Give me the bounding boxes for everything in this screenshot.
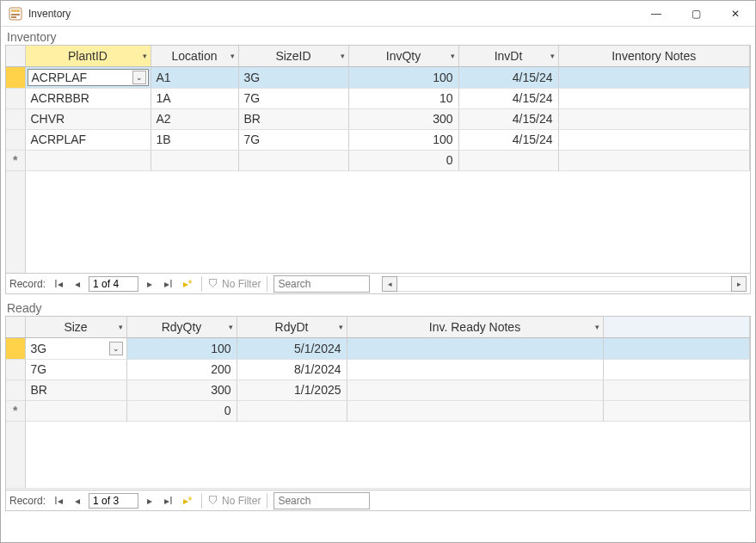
filter-indicator[interactable]: ⛉ No Filter xyxy=(208,278,261,290)
cell-location[interactable] xyxy=(151,150,238,170)
cell-invdt[interactable]: 4/15/24 xyxy=(458,88,558,108)
cell-sizeid[interactable]: BR xyxy=(238,108,348,129)
column-filter-icon[interactable]: ▾ xyxy=(229,323,233,331)
cell-size[interactable]: 7G xyxy=(25,359,126,379)
column-header-plantid[interactable]: PlantID ▾ xyxy=(25,46,151,66)
column-header-readynotes[interactable]: Inv. Ready Notes ▾ xyxy=(347,317,603,337)
nav-last-button[interactable]: ▸I xyxy=(161,276,176,292)
column-header-rdydt[interactable]: RdyDt ▾ xyxy=(237,317,347,337)
cell-sizeid[interactable] xyxy=(238,150,348,170)
cell-location[interactable]: 1A xyxy=(151,88,238,108)
column-filter-icon[interactable]: ▾ xyxy=(451,52,455,60)
nav-next-button[interactable]: ▸ xyxy=(142,276,157,292)
column-filter-icon[interactable]: ▾ xyxy=(143,52,147,60)
nav-new-button[interactable]: ▸* xyxy=(180,276,195,292)
cell-rdydt[interactable]: 1/1/2025 xyxy=(237,379,347,400)
scroll-left-button[interactable]: ◂ xyxy=(382,276,397,292)
column-filter-icon[interactable]: ▾ xyxy=(230,52,235,60)
cell-invqty[interactable]: 0 xyxy=(348,150,458,170)
cell-sizeid[interactable]: 7G xyxy=(238,88,348,108)
row-selector[interactable] xyxy=(6,379,25,400)
combo-value[interactable]: ACRPLAF xyxy=(32,71,131,84)
row-selector[interactable] xyxy=(6,108,25,129)
cell-size[interactable] xyxy=(25,400,126,421)
table-row[interactable]: CHVR A2 BR 300 4/15/24 xyxy=(6,108,750,129)
cell-rdyqty[interactable]: 200 xyxy=(126,359,237,379)
record-position-input[interactable] xyxy=(89,276,138,292)
column-header-location[interactable]: Location ▾ xyxy=(151,46,238,66)
search-input[interactable] xyxy=(274,493,369,509)
nav-next-button[interactable]: ▸ xyxy=(142,493,157,509)
maximize-button[interactable]: ▢ xyxy=(676,1,716,27)
column-header-size[interactable]: Size ▾ xyxy=(25,317,126,337)
column-filter-icon[interactable]: ▾ xyxy=(550,52,555,60)
row-selector[interactable] xyxy=(6,359,25,379)
cell-rdydt[interactable]: 5/1/2024 xyxy=(237,337,347,359)
cell-plantid[interactable]: ACRPLAF xyxy=(25,129,151,150)
cell-plantid[interactable] xyxy=(25,150,151,170)
combo-dropdown-icon[interactable]: ⌄ xyxy=(132,71,146,84)
table-row[interactable]: BR 300 1/1/2025 xyxy=(6,379,750,400)
table-row[interactable]: 3G ⌄ 100 5/1/2024 xyxy=(6,337,750,359)
column-header-rdyqty[interactable]: RdyQty ▾ xyxy=(126,317,237,337)
minimize-button[interactable]: — xyxy=(636,1,676,27)
combo-dropdown-icon[interactable]: ⌄ xyxy=(109,342,123,355)
scroll-right-button[interactable]: ▸ xyxy=(731,276,747,292)
cell-readynotes[interactable] xyxy=(347,337,603,359)
nav-first-button[interactable]: I◂ xyxy=(51,493,66,509)
cell-rdydt[interactable]: 8/1/2024 xyxy=(237,359,347,379)
cell-invqty[interactable]: 100 xyxy=(348,129,458,150)
select-all-corner[interactable] xyxy=(6,317,25,337)
table-row[interactable]: ACRRBBR 1A 7G 10 4/15/24 xyxy=(6,88,750,108)
nav-first-button[interactable]: I◂ xyxy=(51,276,66,292)
column-header-sizeid[interactable]: SizeID ▾ xyxy=(238,46,348,66)
column-header-invdt[interactable]: InvDt ▾ xyxy=(458,46,558,66)
row-selector[interactable] xyxy=(6,337,25,359)
column-filter-icon[interactable]: ▾ xyxy=(595,323,599,331)
cell-plantid[interactable]: ACRRBBR xyxy=(25,88,151,108)
filter-indicator[interactable]: ⛉ No Filter xyxy=(208,495,261,507)
cell-location[interactable]: A1 xyxy=(151,66,238,88)
search-input[interactable] xyxy=(274,276,369,292)
cell-readynotes[interactable] xyxy=(347,379,603,400)
nav-last-button[interactable]: ▸I xyxy=(161,493,176,509)
cell-readynotes[interactable] xyxy=(347,400,603,421)
table-row[interactable]: ACRPLAF 1B 7G 100 4/15/24 xyxy=(6,129,750,150)
cell-notes[interactable] xyxy=(558,88,750,108)
cell-plantid[interactable]: ACRPLAF ⌄ xyxy=(25,66,151,88)
column-header-notes[interactable]: Inventory Notes xyxy=(558,46,750,66)
cell-notes[interactable] xyxy=(558,150,750,170)
cell-size[interactable]: BR xyxy=(25,379,126,400)
horizontal-scrollbar[interactable] xyxy=(397,276,731,292)
cell-size[interactable]: 3G ⌄ xyxy=(25,337,126,359)
ready-table[interactable]: Size ▾ RdyQty ▾ RdyDt ▾ Inv. Ready Notes… xyxy=(6,317,750,489)
cell-invdt[interactable]: 4/15/24 xyxy=(458,66,558,88)
table-row[interactable]: 7G 200 8/1/2024 xyxy=(6,359,750,379)
record-position-input[interactable] xyxy=(89,493,138,509)
column-filter-icon[interactable]: ▾ xyxy=(119,323,123,331)
cell-invdt[interactable]: 4/15/24 xyxy=(458,129,558,150)
row-selector[interactable] xyxy=(6,88,25,108)
row-selector[interactable] xyxy=(6,66,25,88)
cell-notes[interactable] xyxy=(558,66,750,88)
nav-prev-button[interactable]: ◂ xyxy=(70,276,85,292)
column-header-invqty[interactable]: InvQty ▾ xyxy=(348,46,458,66)
cell-sizeid[interactable]: 7G xyxy=(238,129,348,150)
select-all-corner[interactable] xyxy=(6,46,25,66)
cell-invqty[interactable]: 10 xyxy=(348,88,458,108)
cell-invdt[interactable] xyxy=(458,150,558,170)
combo-value[interactable]: 3G xyxy=(31,342,108,355)
cell-rdyqty[interactable]: 300 xyxy=(126,379,237,400)
cell-invqty[interactable]: 300 xyxy=(348,108,458,129)
column-filter-icon[interactable]: ▾ xyxy=(339,323,343,331)
cell-location[interactable]: A2 xyxy=(151,108,238,129)
column-filter-icon[interactable]: ▾ xyxy=(341,52,345,60)
nav-new-button[interactable]: ▸* xyxy=(180,493,195,509)
cell-invdt[interactable]: 4/15/24 xyxy=(458,108,558,129)
cell-plantid[interactable]: CHVR xyxy=(25,108,151,129)
new-record-row[interactable]: * 0 xyxy=(6,400,750,421)
cell-location[interactable]: 1B xyxy=(151,129,238,150)
cell-invqty[interactable]: 100 xyxy=(348,66,458,88)
close-button[interactable]: ✕ xyxy=(716,1,755,27)
inventory-table[interactable]: PlantID ▾ Location ▾ SizeID ▾ InvQty ▾ I… xyxy=(6,46,750,273)
